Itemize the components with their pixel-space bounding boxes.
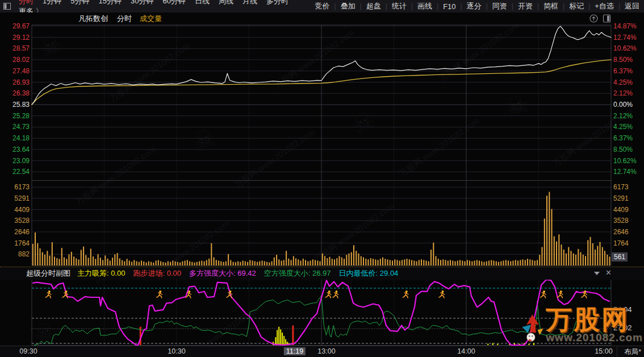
- percent-axis-label: 14.87%: [613, 22, 637, 30]
- runner-signal-icon: [541, 290, 546, 298]
- indicator-fields: 主力吸筹: 0.00跑步进场: 0.00多方强度大小: 69.42空方强度大小:…: [77, 268, 406, 279]
- volume-axis-label: 5291: [0, 194, 30, 202]
- indicator-field: 主力吸筹: 0.00: [77, 269, 126, 277]
- layout-button[interactable]: 布局*: [624, 347, 641, 357]
- volume-axis-label: 6173: [0, 183, 30, 191]
- market-chart-svg[interactable]: [0, 0, 644, 357]
- percent-axis-label: 8.50%: [613, 56, 633, 64]
- cursor-time-label: 11:19: [284, 347, 306, 355]
- volume-axis-label: 4409: [0, 206, 30, 214]
- current-volume-badge: 561: [612, 252, 628, 261]
- time-axis-separator: [617, 346, 617, 357]
- runner-signal-icon: [45, 290, 51, 298]
- percent-axis-label: 10.62%: [613, 44, 637, 52]
- price-axis-label: 29.67: [0, 22, 30, 30]
- indicator-dropdown-icon[interactable]: [594, 272, 600, 275]
- volume-axis-label: 1764: [0, 239, 30, 247]
- percent-axis-label: 4.25%: [613, 78, 633, 86]
- percent-axis-label: 12.74%: [613, 34, 637, 41]
- price-axis-label: 24.73: [0, 123, 30, 131]
- indicator-field: 日内最低价: 29.04: [339, 269, 399, 277]
- percent-axis-label: 6.37%: [613, 67, 633, 75]
- price-axis-label: 23.64: [0, 146, 30, 153]
- indicator-level-label: 27.02: [613, 324, 632, 332]
- percent-axis-label: 2.12%: [613, 89, 633, 97]
- price-axis-label: 28.57: [0, 44, 30, 52]
- volume-axis-label: 882: [0, 250, 30, 258]
- volume-axis-label-right: 6173: [613, 183, 629, 191]
- runner-signal-icon: [227, 290, 232, 298]
- time-label: 10:30: [168, 347, 185, 355]
- indicator-panel-header: 超级分时副图 主力吸筹: 0.00跑步进场: 0.00多方强度大小: 69.42…: [0, 267, 644, 280]
- percent-axis-label: 8.50%: [613, 146, 633, 153]
- trading-app-window: 分时1分钟5分钟15分钟30分钟60分钟日线周线月线多分时更多 〉 竞价|叠加|…: [0, 0, 644, 357]
- runner-signal-icon: [333, 290, 338, 298]
- volume-axis-label-right: 5291: [613, 194, 629, 202]
- price-axis-label: 29.12: [0, 34, 30, 41]
- percent-axis-label: 4.25%: [613, 123, 633, 131]
- indicator-name[interactable]: 超级分时副图: [26, 268, 70, 279]
- volume-axis-label-right: 4409: [613, 206, 629, 214]
- price-axis-label: 25.28: [0, 112, 30, 120]
- indicator-level-label: 54.04: [613, 306, 632, 314]
- price-axis-label: 24.18: [0, 134, 30, 142]
- percent-axis-label: 2.12%: [613, 112, 633, 120]
- runner-signal-icon: [157, 290, 162, 298]
- time-axis: 09:3010:3011:1913:0014:0015:00 布局*: [0, 346, 644, 357]
- runner-signal-icon: [403, 290, 408, 298]
- entry-signal-bars: [140, 326, 294, 346]
- volume-axis-label: 2646: [0, 228, 30, 236]
- volume-axis-label-right: 1764: [613, 239, 629, 247]
- volume-axis-label-right: 3528: [613, 217, 629, 225]
- runner-signal-icon: [557, 290, 563, 298]
- percent-axis-label: 6.37%: [613, 134, 633, 142]
- time-label: 09:30: [19, 347, 37, 355]
- time-label: 14:00: [457, 347, 475, 355]
- runner-signal-icon: [62, 290, 68, 298]
- time-label: 15:00: [595, 347, 612, 355]
- price-axis-label: 25.83: [0, 101, 30, 109]
- runner-signal-icon: [325, 290, 331, 298]
- indicator-close-icon[interactable]: ✕: [605, 268, 612, 278]
- accumulation-bars: [273, 327, 534, 345]
- percent-axis-label: 0.00%: [613, 101, 633, 109]
- indicator-field: 跑步进场: 0.00: [133, 269, 182, 277]
- price-axis-label: 23.09: [0, 157, 30, 165]
- price-axis-label: 26.38: [0, 89, 30, 97]
- percent-axis-label: 10.62%: [613, 157, 637, 165]
- volume-axis-label-right: 2646: [613, 228, 629, 236]
- indicator-field: 空方强度大小: 26.97: [264, 269, 331, 277]
- price-axis-label: 22.54: [0, 168, 30, 176]
- price-axis-label: 27.48: [0, 67, 30, 75]
- volume-axis-label: 3528: [0, 217, 30, 225]
- percent-axis-label: 12.74%: [613, 168, 637, 176]
- price-axis-label: 26.93: [0, 78, 30, 86]
- indicator-field: 多方强度大小: 69.42: [189, 269, 256, 277]
- runner-signal-icon: [439, 290, 445, 298]
- time-label: 13:00: [317, 347, 335, 355]
- price-axis-label: 28.02: [0, 56, 30, 64]
